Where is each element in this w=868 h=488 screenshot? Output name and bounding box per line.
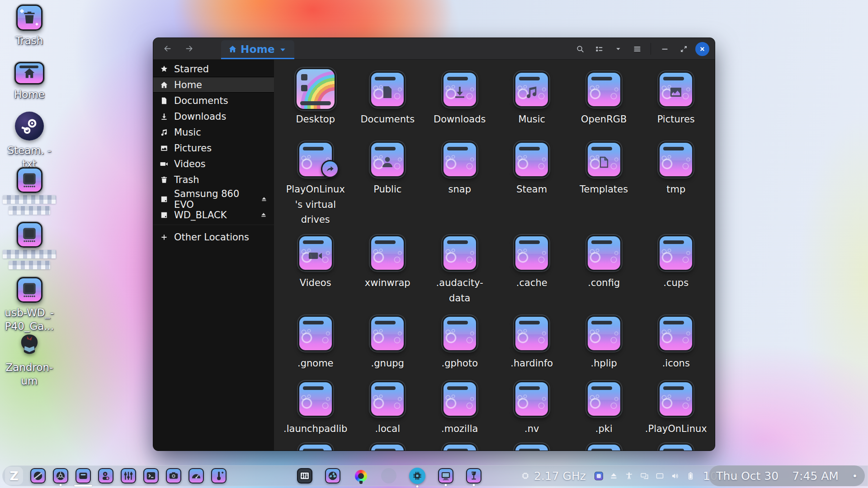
file-item--gnupg[interactable]: .gnupg xyxy=(352,312,424,377)
eject-button[interactable] xyxy=(259,194,269,204)
desktop-icon-zandron-[interactable]: Zandron- um xyxy=(0,332,59,388)
taskbar-app-web-browser[interactable] xyxy=(53,468,68,483)
file-label: .PlayOnLinux xyxy=(645,422,707,437)
menu-button[interactable] xyxy=(630,42,644,56)
file-item--icons[interactable]: .icons xyxy=(640,312,712,377)
file-item-xwinwrap[interactable]: xwinwrap xyxy=(352,231,424,312)
tray-app-indicator-icon[interactable] xyxy=(594,472,603,480)
desktop-icon-steam-[interactable]: Steam. - txt xyxy=(0,112,59,171)
sidebar-item-music[interactable]: Music xyxy=(153,124,274,140)
tray-display-icon[interactable] xyxy=(655,471,665,481)
view-grid-button[interactable] xyxy=(592,42,606,56)
file-item--cache[interactable]: .cache xyxy=(496,231,568,312)
sidebar-item-videos[interactable]: Videos xyxy=(153,156,274,172)
taskbar-app-browser[interactable] xyxy=(30,468,46,483)
file-item--hplip[interactable]: .hplip xyxy=(568,312,640,377)
tray-overflow-dot[interactable]: • xyxy=(852,470,858,481)
maximize-button[interactable] xyxy=(676,42,691,56)
forward-button[interactable] xyxy=(181,41,197,56)
clock-area[interactable]: Thu Oct 30 7:45 AM • xyxy=(709,465,865,486)
sidebar-item-pictures[interactable]: Pictures xyxy=(153,140,274,156)
tray-eject-icon[interactable] xyxy=(609,471,618,481)
desktop-icon-usb-wd-[interactable]: usb-WD_- P40_Ga... xyxy=(0,277,59,333)
taskbar-app-terminal[interactable] xyxy=(143,468,159,483)
eject-button[interactable] xyxy=(259,210,269,220)
breadcrumb-home-tab[interactable]: Home xyxy=(221,40,294,59)
file-item-desktop[interactable]: Desktop xyxy=(279,68,352,138)
taskbar-app-zorin-menu[interactable]: Z xyxy=(5,467,23,485)
active-indicator-line xyxy=(74,485,92,487)
taskbar-app-screenshot[interactable] xyxy=(166,468,181,483)
sidebar-item-wd-black[interactable]: WD_BLACK xyxy=(153,207,274,223)
folder-icon xyxy=(370,443,405,451)
minimize-button[interactable] xyxy=(657,42,672,56)
taskbar-app-ghost-app[interactable] xyxy=(381,468,396,483)
file-item-partial[interactable] xyxy=(424,440,496,451)
sidebar-item-other-locations[interactable]: Other Locations xyxy=(153,229,274,245)
file-item--gnome[interactable]: .gnome xyxy=(279,312,352,377)
taskbar-app-openrgb[interactable] xyxy=(353,468,368,483)
taskbar-app-settings[interactable] xyxy=(98,468,113,483)
taskbar-app-wine[interactable] xyxy=(466,468,481,483)
view-options-caret[interactable] xyxy=(611,42,625,56)
tray-volume-icon[interactable] xyxy=(670,471,680,481)
file-item-public[interactable]: Public xyxy=(352,138,424,231)
search-button[interactable] xyxy=(573,42,587,56)
file-item-documents[interactable]: Documents xyxy=(352,68,424,138)
sidebar-item-documents[interactable]: Documents xyxy=(153,93,274,108)
zandronum-skull-icon xyxy=(16,332,42,357)
file-item-templates[interactable]: Templates xyxy=(568,138,640,231)
file-item--hardinfo[interactable]: .hardinfo xyxy=(496,312,568,377)
tray-battery-icon[interactable] xyxy=(686,471,695,481)
sidebar-item-downloads[interactable]: Downloads xyxy=(153,108,274,124)
close-button[interactable] xyxy=(695,42,709,56)
file-item-videos[interactable]: Videos xyxy=(279,231,352,312)
file-item--audacity-[interactable]: .audacity- data xyxy=(424,231,496,312)
taskbar-app-system-monitor[interactable] xyxy=(438,468,453,483)
file-item--launchpadlib[interactable]: .launchpadlib xyxy=(279,377,352,440)
file-item--pki[interactable]: .pki xyxy=(568,377,640,440)
file-item-downloads[interactable]: Downloads xyxy=(424,68,496,138)
file-item-music[interactable]: Music xyxy=(496,68,568,138)
file-item--config[interactable]: .config xyxy=(568,231,640,312)
taskbar-app-fan-control[interactable] xyxy=(325,468,340,483)
file-item-partial[interactable] xyxy=(352,440,424,451)
taskbar-app-benchmark[interactable] xyxy=(189,468,204,483)
cpu-frequency-status[interactable]: 2.17 GHz xyxy=(520,465,586,486)
file-item-pictures[interactable]: Pictures xyxy=(640,68,712,138)
sidebar-item-trash[interactable]: Trash xyxy=(153,172,274,188)
folder-icon xyxy=(442,235,477,271)
sidebar-item-samsung-860-evo[interactable]: Samsung 860 EVO xyxy=(153,191,274,207)
file-item-openrgb[interactable]: OpenRGB xyxy=(568,68,640,138)
file-item--mozilla[interactable]: .mozilla xyxy=(424,377,496,440)
tray-accessibility-icon[interactable] xyxy=(624,471,634,481)
taskbar-app-file-manager[interactable] xyxy=(75,468,91,483)
file-item--gphoto[interactable]: .gphoto xyxy=(424,312,496,377)
taskbar-app-cpu-monitor[interactable] xyxy=(409,468,425,484)
file-item--local[interactable]: .local xyxy=(352,377,424,440)
file-item-playonlinux[interactable]: PlayOnLinux 's virtual drives xyxy=(279,138,352,231)
folder-icon xyxy=(298,141,333,178)
tray-screen-share-icon[interactable] xyxy=(640,471,649,481)
file-item--playonlinux[interactable]: .PlayOnLinux xyxy=(640,377,712,440)
file-item--cups[interactable]: .cups xyxy=(640,231,712,312)
taskbar-app-tweaks[interactable] xyxy=(121,468,136,483)
sidebar-item-home[interactable]: Home xyxy=(153,77,274,93)
back-button[interactable] xyxy=(160,41,175,56)
file-item-partial[interactable] xyxy=(279,440,352,451)
file-item-steam[interactable]: Steam xyxy=(496,138,568,231)
taskbar-app-temperature[interactable] xyxy=(211,468,226,483)
desktop-icon-drive-4[interactable] xyxy=(0,222,59,269)
file-item-partial[interactable] xyxy=(496,440,568,451)
file-item-partial[interactable] xyxy=(568,440,640,451)
file-item-partial[interactable] xyxy=(640,440,712,451)
file-item-snap[interactable]: snap xyxy=(424,138,496,231)
desktop-icon-trash[interactable]: Trash xyxy=(0,5,59,48)
desktop-icon-drive-3[interactable] xyxy=(0,167,59,215)
file-item-tmp[interactable]: tmp xyxy=(640,138,712,231)
desktop-icon-home[interactable]: Home xyxy=(0,62,59,102)
taskbar-app-audio-mixer[interactable] xyxy=(297,468,312,483)
file-item--nv[interactable]: .nv xyxy=(496,377,568,440)
sidebar-item-starred[interactable]: Starred xyxy=(153,61,274,77)
sidebar-item-label: Starred xyxy=(174,64,209,75)
